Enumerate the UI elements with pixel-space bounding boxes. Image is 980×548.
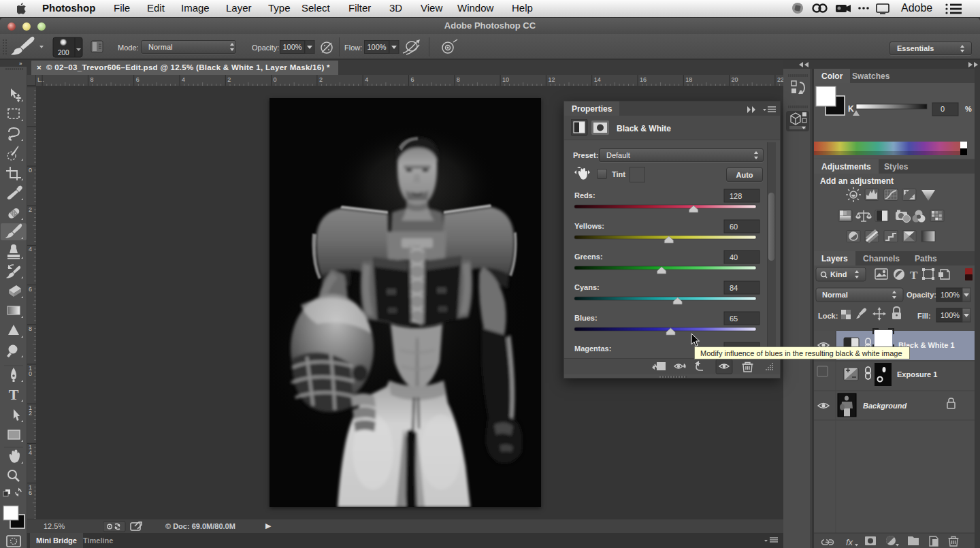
svg-text:0: 0 (29, 167, 32, 174)
svg-text:14: 14 (594, 76, 601, 83)
svg-text:6: 6 (29, 489, 32, 496)
svg-text:100%: 100% (941, 291, 960, 299)
svg-text:6: 6 (411, 76, 414, 83)
svg-text:8: 8 (457, 76, 460, 83)
svg-text:Fill:: Fill: (917, 312, 931, 320)
svg-text:K: K (848, 104, 854, 114)
svg-text:Exposure 1: Exposure 1 (897, 370, 937, 378)
svg-text:22: 22 (777, 76, 783, 83)
svg-text:»: » (19, 61, 22, 67)
svg-text:65: 65 (730, 315, 738, 323)
svg-text:10: 10 (502, 76, 509, 83)
svg-text:6: 6 (29, 286, 32, 293)
svg-text:128: 128 (730, 192, 742, 200)
svg-text:4: 4 (29, 246, 32, 253)
svg-text:2: 2 (319, 76, 323, 83)
svg-text:0: 0 (29, 370, 32, 377)
svg-text:Magentas:: Magentas: (574, 344, 611, 353)
svg-text:40: 40 (730, 253, 738, 261)
svg-text:Opacity:: Opacity: (906, 291, 936, 299)
svg-text:Lock:: Lock: (818, 312, 838, 320)
svg-text:0: 0 (941, 105, 945, 113)
svg-text:16: 16 (640, 76, 647, 83)
svg-text:2: 2 (227, 76, 231, 83)
svg-text:12: 12 (548, 76, 555, 83)
svg-text:Background: Background (863, 402, 906, 410)
svg-text:T: T (9, 386, 19, 403)
svg-text:4: 4 (365, 76, 368, 83)
svg-text:0: 0 (274, 76, 277, 83)
svg-text:Normal: Normal (822, 291, 848, 299)
svg-text:200: 200 (58, 49, 69, 57)
svg-text:20: 20 (732, 76, 738, 83)
svg-text:T: T (910, 269, 918, 282)
svg-text:4: 4 (29, 449, 32, 456)
svg-text:Cyans:: Cyans: (574, 283, 600, 291)
svg-text:Reds:: Reds: (574, 191, 595, 199)
svg-text:2: 2 (29, 410, 32, 417)
svg-text:4: 4 (182, 76, 185, 83)
svg-text:Yellows:: Yellows: (574, 222, 604, 230)
svg-text:%: % (965, 105, 972, 113)
svg-text:8: 8 (29, 325, 32, 332)
svg-text:2: 2 (29, 206, 32, 213)
svg-text:Greens:: Greens: (574, 253, 603, 261)
svg-text:Blues:: Blues: (574, 314, 598, 322)
svg-text:6: 6 (136, 76, 140, 83)
svg-text:84: 84 (730, 284, 738, 292)
svg-text:100%: 100% (941, 311, 960, 319)
svg-text:18: 18 (685, 76, 692, 83)
svg-text:60: 60 (730, 223, 738, 231)
svg-text:L..: L.. (37, 76, 44, 83)
svg-text:fx: fx (846, 537, 853, 547)
svg-text:Kind: Kind (830, 270, 847, 278)
svg-text:8: 8 (90, 76, 93, 83)
